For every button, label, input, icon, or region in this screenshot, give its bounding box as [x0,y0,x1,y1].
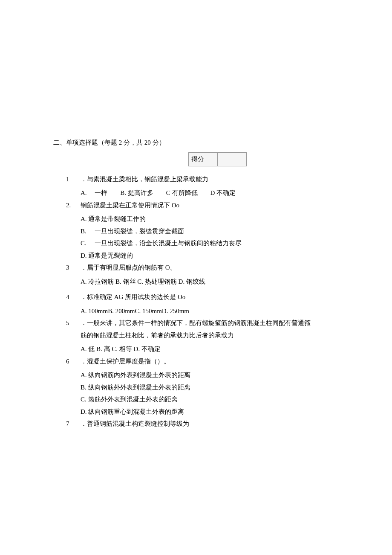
question-3: 3 ．属于有明显屈服点的钢筋有 O。 [66,262,339,274]
question-stem: ．一般来讲，其它条件一样的情况下，配有螺旋箍筋的钢筋混凝土柱同配有普通箍 [81,320,311,326]
question-number: 3 [66,262,78,274]
score-box-container: 得分 [96,152,339,166]
question-5-options: A. 低 B. 高 C. 相等 D. 不确定 [81,343,339,355]
question-stem-cont: 筋的钢筋混凝土柱相比，前者的承载力比后者的承载力 [81,329,339,342]
question-stem: ．与素混凝土梁相比，钢筋混凝上梁承载能力 [81,176,208,183]
score-value-cell [217,152,246,166]
question-7: 7 ．普通钢筋混凝土构造裂缝控制等级为 [66,418,339,430]
question-stem: ．标准确定 AG 所用试块的边长是 Oo [81,293,185,300]
question-stem: 钢筋混凝土梁在正常使用情况下 Oo [81,202,179,209]
question-4-options: A. 100mmB. 200mmC. 150mmD. 250mm [81,305,339,317]
question-6-option-d: D. 纵向钢筋重心到混凝土外表的距离 [81,406,339,418]
question-2-option-d: D. 通常是无裂缝的 [81,250,339,262]
question-4: 4 ．标准确定 AG 所用试块的边长是 Oo [66,291,339,303]
question-2-option-c: C. 一旦出现裂缝，沿全长混凝土与钢筋间的粘结力丧尽 [81,237,339,250]
question-2: 2. 钢筋混凝土梁在正常使用情况下 Oo [66,199,339,212]
question-6: 6 ．混凝土保护层厚度是指（）。 [66,355,339,368]
question-number: 1 [66,173,78,186]
question-1: 1 ．与素混凝土梁相比，钢筋混凝上梁承载能力 [66,173,339,186]
question-number: 5 [66,317,78,329]
question-stem: ．普通钢筋混凝土构造裂缝控制等级为 [81,420,189,427]
question-number: 4 [66,291,78,303]
question-number: 7 [66,418,78,430]
question-6-option-b: B. 纵向钢筋外外表到混凝土外表的距离 [81,381,339,394]
question-stem: ．混凝土保护层厚度是指（）。 [81,358,170,365]
section-title: 二、单项选择题（每题 2 分，共 20 分） [53,137,339,149]
question-3-options: A. 冷拉钢筋 B. 钢丝 C. 热处理钢筋 D. 钢绞线 [81,276,339,288]
question-number: 6 [66,355,78,368]
question-2-option-b: B. 一旦出现裂缝，裂缝贯穿全截面 [81,225,339,238]
question-6-option-a: A. 纵向钢筋内外表到混凝土外表的距离 [81,369,339,381]
question-number: 2. [66,199,78,212]
question-5: 5 ．一般来讲，其它条件一样的情况下，配有螺旋箍筋的钢筋混凝土柱同配有普通箍 筋… [66,317,339,341]
question-stem: ．属于有明显屈服点的钢筋有 O。 [81,264,176,271]
question-1-options: A. 一样 B. 提高许多 C 有所降低 D 不确定 [81,187,339,199]
score-box: 得分 [188,152,247,166]
question-2-option-a: A. 通常是带裂缝工作的 [81,213,339,225]
question-6-option-c: C. 籁筋外外表到混凝土外表的距离 [81,393,339,406]
score-label-cell: 得分 [188,152,217,166]
